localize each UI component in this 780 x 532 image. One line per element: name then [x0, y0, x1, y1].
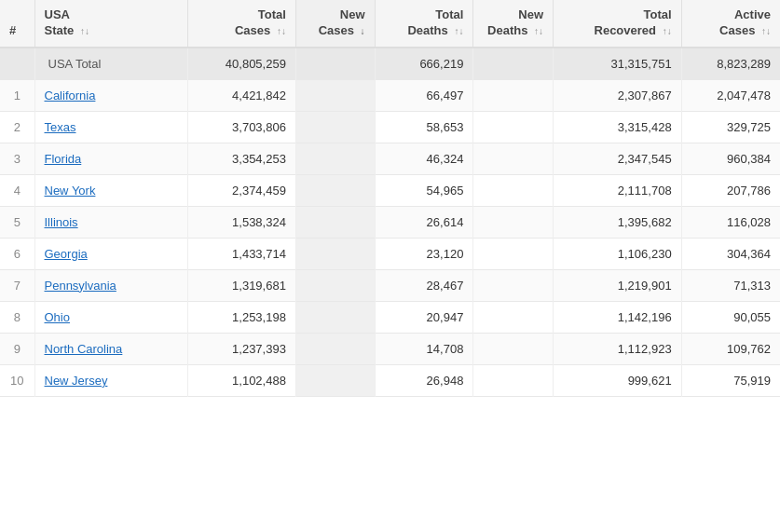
state-link[interactable]: New York: [45, 184, 96, 198]
row-new-deaths: [473, 143, 554, 174]
row-total-recovered: 2,111,708: [554, 174, 682, 206]
row-total-recovered: 2,347,545: [554, 143, 682, 174]
row-new-cases: [295, 238, 375, 269]
state-link[interactable]: Texas: [45, 120, 76, 134]
total-total-recovered: 31,315,751: [554, 48, 682, 80]
row-total-recovered: 999,621: [554, 364, 682, 396]
col-header-active-cases[interactable]: Active Cases ↑↓: [681, 0, 780, 48]
row-new-cases: [295, 174, 375, 206]
row-num: 2: [0, 111, 34, 143]
total-total-deaths: 666,219: [375, 48, 473, 80]
col-header-num[interactable]: #: [0, 0, 34, 48]
row-num: 1: [0, 79, 34, 111]
row-total-deaths: 26,614: [375, 206, 473, 238]
col-header-total-cases[interactable]: Total Cases ↑↓: [187, 0, 295, 48]
state-link[interactable]: Illinois: [45, 215, 78, 229]
row-active-cases: 75,919: [681, 364, 780, 396]
row-new-deaths: [473, 206, 554, 238]
table-row: 1 California 4,421,842 66,497 2,307,867 …: [0, 79, 780, 111]
state-link[interactable]: Ohio: [45, 310, 70, 324]
sort-icon-state[interactable]: ↑↓: [80, 25, 89, 37]
row-total-deaths: 23,120: [375, 238, 473, 269]
row-state[interactable]: Illinois: [34, 206, 187, 238]
covid-table: # USA State ↑↓ Total Cases ↑↓ New Cases …: [0, 0, 780, 397]
table-row: 6 Georgia 1,433,714 23,120 1,106,230 304…: [0, 238, 780, 269]
row-new-cases: [295, 269, 375, 301]
row-total-deaths: 54,965: [375, 174, 473, 206]
table-row: 5 Illinois 1,538,324 26,614 1,395,682 11…: [0, 206, 780, 238]
sort-icon-total-deaths[interactable]: ↑↓: [454, 25, 463, 37]
state-link[interactable]: California: [45, 89, 96, 102]
row-new-cases: [295, 79, 375, 111]
total-num: [0, 48, 34, 80]
col-header-state[interactable]: USA State ↑↓: [34, 0, 187, 48]
col-header-new-cases[interactable]: New Cases ↓: [295, 0, 375, 48]
table-row: 8 Ohio 1,253,198 20,947 1,142,196 90,055: [0, 301, 780, 333]
row-new-deaths: [473, 269, 554, 301]
row-active-cases: 2,047,478: [681, 79, 780, 111]
row-total-cases: 3,354,253: [187, 143, 295, 174]
col-header-new-deaths[interactable]: New Deaths ↑↓: [473, 0, 554, 48]
row-active-cases: 90,055: [681, 301, 780, 333]
row-active-cases: 207,786: [681, 174, 780, 206]
row-new-deaths: [473, 238, 554, 269]
total-new-deaths: [473, 48, 554, 80]
row-total-recovered: 1,106,230: [554, 238, 682, 269]
row-new-deaths: [473, 364, 554, 396]
row-state[interactable]: Pennsylvania: [34, 269, 187, 301]
row-total-recovered: 2,307,867: [554, 79, 682, 111]
table-row: 3 Florida 3,354,253 46,324 2,347,545 960…: [0, 143, 780, 174]
col-header-total-deaths[interactable]: Total Deaths ↑↓: [375, 0, 473, 48]
table-row: 7 Pennsylvania 1,319,681 28,467 1,219,90…: [0, 269, 780, 301]
total-total-cases: 40,805,259: [187, 48, 295, 80]
state-link[interactable]: Florida: [45, 152, 82, 166]
row-total-deaths: 14,708: [375, 333, 473, 364]
total-new-cases: [295, 48, 375, 80]
row-total-deaths: 66,497: [375, 79, 473, 111]
row-new-deaths: [473, 79, 554, 111]
row-total-cases: 2,374,459: [187, 174, 295, 206]
sort-icon-total-cases[interactable]: ↑↓: [277, 25, 286, 37]
row-total-cases: 1,433,714: [187, 238, 295, 269]
row-new-deaths: [473, 301, 554, 333]
state-link[interactable]: Georgia: [45, 247, 88, 261]
sort-icon-total-recovered[interactable]: ↑↓: [663, 25, 672, 37]
row-total-cases: 1,237,393: [187, 333, 295, 364]
row-active-cases: 71,313: [681, 269, 780, 301]
row-total-deaths: 28,467: [375, 269, 473, 301]
state-link[interactable]: New Jersey: [45, 374, 108, 388]
sort-icon-new-deaths[interactable]: ↑↓: [534, 25, 543, 37]
row-state[interactable]: Georgia: [34, 238, 187, 269]
row-num: 3: [0, 143, 34, 174]
row-total-deaths: 58,653: [375, 111, 473, 143]
row-new-cases: [295, 333, 375, 364]
row-active-cases: 960,384: [681, 143, 780, 174]
row-total-cases: 3,703,806: [187, 111, 295, 143]
table-row: 10 New Jersey 1,102,488 26,948 999,621 7…: [0, 364, 780, 396]
row-state[interactable]: New Jersey: [34, 364, 187, 396]
sort-icon-new-cases[interactable]: ↓: [361, 25, 365, 37]
row-num: 6: [0, 238, 34, 269]
row-new-cases: [295, 111, 375, 143]
sort-icon-active-cases[interactable]: ↑↓: [761, 25, 771, 37]
table-row: 2 Texas 3,703,806 58,653 3,315,428 329,7…: [0, 111, 780, 143]
row-total-recovered: 3,315,428: [554, 111, 682, 143]
row-active-cases: 109,762: [681, 333, 780, 364]
row-state[interactable]: California: [34, 79, 187, 111]
row-num: 10: [0, 364, 34, 396]
row-total-cases: 1,253,198: [187, 301, 295, 333]
row-state[interactable]: Ohio: [34, 301, 187, 333]
row-active-cases: 304,364: [681, 238, 780, 269]
state-link[interactable]: North Carolina: [45, 342, 123, 356]
row-total-deaths: 46,324: [375, 143, 473, 174]
total-active-cases: 8,823,289: [681, 48, 780, 80]
row-state[interactable]: North Carolina: [34, 333, 187, 364]
row-total-cases: 4,421,842: [187, 79, 295, 111]
row-state[interactable]: Florida: [34, 143, 187, 174]
row-total-cases: 1,319,681: [187, 269, 295, 301]
row-state[interactable]: New York: [34, 174, 187, 206]
col-header-total-recovered[interactable]: Total Recovered ↑↓: [554, 0, 682, 48]
total-label: USA Total: [34, 48, 187, 80]
row-state[interactable]: Texas: [34, 111, 187, 143]
state-link[interactable]: Pennsylvania: [45, 279, 116, 293]
